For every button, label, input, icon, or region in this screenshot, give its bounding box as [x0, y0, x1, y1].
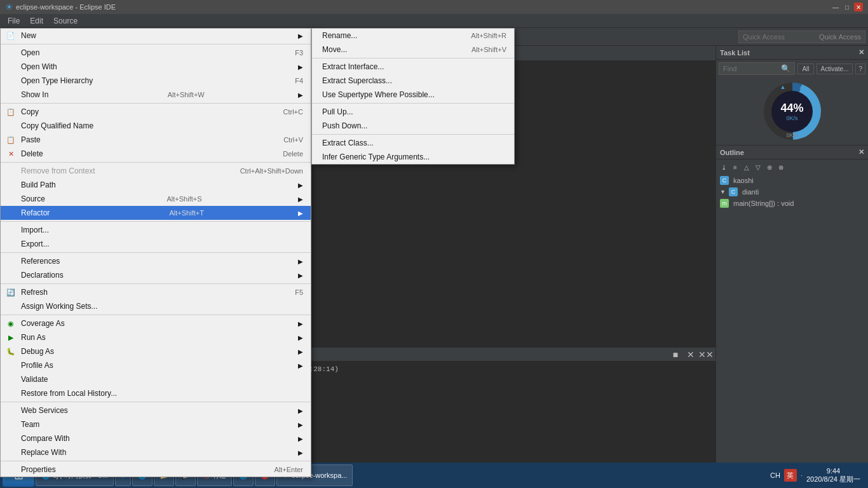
console-remove[interactable]: ✕✕: [699, 348, 713, 362]
outline-close[interactable]: ✕: [858, 148, 864, 156]
maximize-button[interactable]: □: [843, 3, 851, 11]
quick-access-input[interactable]: [743, 33, 819, 41]
outline-btn1[interactable]: ⤓: [719, 162, 729, 172]
context-menu: 📄 New ▶ Open F3 Open With ▶ Open Type Hi…: [0, 28, 311, 477]
cm-replace-with[interactable]: Replace With ▶: [1, 445, 311, 459]
cm-refresh[interactable]: 🔄 Refresh F5: [1, 285, 311, 299]
cm-web-services[interactable]: Web Services ▶: [1, 403, 311, 417]
cm-references[interactable]: References ▶: [1, 254, 311, 268]
cm-build-path[interactable]: Build Path ▶: [1, 178, 311, 192]
submenu-arrow: ▶: [298, 32, 303, 39]
outline-btn3[interactable]: △: [742, 162, 752, 172]
task-activate-button[interactable]: Activate...: [817, 64, 853, 74]
cm-debug-as[interactable]: 🐛 Debug As ▶: [1, 344, 311, 358]
outline-btn2[interactable]: ≡: [730, 162, 740, 172]
cm-validate[interactable]: Validate: [1, 372, 311, 386]
cm-copy-qualified[interactable]: Copy Qualified Name: [1, 119, 311, 133]
menu-edit[interactable]: Edit: [25, 15, 48, 27]
tray-ch[interactable]: CH: [770, 471, 780, 479]
task-all-button[interactable]: All: [797, 64, 813, 74]
task-find-input[interactable]: [723, 65, 781, 72]
sm-infer-generic[interactable]: Infer Generic Type Arguments...: [312, 150, 514, 164]
cm-sep: [1, 162, 311, 163]
cm-open-type[interactable]: Open Type Hierarchy F4: [1, 74, 311, 88]
cm-label: Delete: [21, 149, 43, 158]
outline-btn4[interactable]: ▽: [753, 162, 763, 172]
cm-open-with[interactable]: Open With ▶: [1, 60, 311, 74]
console-terminate[interactable]: ■: [668, 348, 682, 362]
cm-coverage-as[interactable]: ◉ Coverage As ▶: [1, 316, 311, 330]
outline-kaoshi[interactable]: C kaoshi: [716, 175, 868, 186]
submenu-arrow: ▶: [298, 435, 303, 442]
sm-use-supertype[interactable]: Use Supertype Where Possible...: [312, 88, 514, 102]
cm-label: Profile As: [21, 361, 53, 370]
cm-assign-working[interactable]: Assign Working Sets...: [1, 299, 311, 313]
cm-import[interactable]: Import...: [1, 223, 311, 237]
tray-ime[interactable]: 英: [784, 469, 797, 482]
sm-shortcut: Alt+Shift+R: [445, 32, 506, 39]
sm-pull-up[interactable]: Pull Up...: [312, 105, 514, 119]
sm-push-down[interactable]: Push Down...: [312, 119, 514, 133]
title-bar-left: ☀ eclipse-workspace - Eclipse IDE: [5, 2, 116, 12]
cm-profile-as[interactable]: Profile As ▶: [1, 358, 311, 372]
submenu-arrow: ▶: [298, 64, 303, 71]
cm-label: Coverage As: [21, 319, 65, 328]
cm-source[interactable]: Source Alt+Shift+S ▶: [1, 192, 311, 206]
cm-paste[interactable]: 📋 Paste Ctrl+V: [1, 133, 311, 147]
sm-extract-superclass[interactable]: Extract Superclass...: [312, 74, 514, 88]
task-help-button[interactable]: ?: [855, 64, 865, 74]
gauge-percent: 44%: [780, 102, 803, 115]
cm-declarations[interactable]: Declarations ▶: [1, 268, 311, 282]
cm-copy[interactable]: 📋 Copy Ctrl+C: [1, 105, 311, 119]
cm-label: Refresh: [21, 288, 48, 297]
outline-btn5[interactable]: ⊕: [764, 162, 775, 172]
task-list-panel: Task List ✕ 🔍 All Activate... ? 44%: [716, 46, 868, 146]
sm-label: Use Supertype Where Possible...: [322, 90, 435, 99]
cm-run-as[interactable]: ▶ Run As ▶: [1, 330, 311, 344]
menu-file[interactable]: File: [3, 15, 25, 27]
submenu-arrow: ▶: [298, 258, 303, 265]
cm-team[interactable]: Team ▶: [1, 417, 311, 431]
minimize-button[interactable]: —: [831, 3, 840, 11]
cm-export[interactable]: Export...: [1, 237, 311, 251]
cm-delete[interactable]: ✕ Delete Delete: [1, 147, 311, 161]
taskbar-right: CH 英 · 9:44 2020/8/24 星期一: [770, 467, 865, 484]
cm-shortcut: F3: [269, 49, 303, 57]
cm-restore-local[interactable]: Restore from Local History...: [1, 386, 311, 400]
sm-extract-class[interactable]: Extract Class...: [312, 136, 514, 150]
cm-shortcut: Alt+Shift+T: [144, 209, 203, 217]
console-close[interactable]: ✕: [684, 348, 698, 362]
cm-sep: [1, 315, 311, 315]
cm-refactor[interactable]: Refactor Alt+Shift+T ▶: [1, 206, 311, 220]
task-list-close[interactable]: ✕: [858, 48, 864, 57]
cm-compare-with[interactable]: Compare With ▶: [1, 431, 311, 445]
outline-btn6[interactable]: ⊗: [776, 162, 786, 172]
sm-label: Pull Up...: [322, 107, 353, 116]
cm-label: Source: [21, 194, 45, 203]
sm-extract-interface[interactable]: Extract Interface...: [312, 60, 514, 74]
menu-source[interactable]: Source: [48, 15, 83, 27]
sm-label: Infer Generic Type Arguments...: [322, 152, 430, 161]
submenu-arrow: ▶: [298, 449, 303, 456]
cm-new[interactable]: 📄 New ▶: [1, 29, 311, 43]
sm-move[interactable]: Move... Alt+Shift+V: [312, 43, 514, 57]
copy-icon: 📋: [6, 107, 16, 117]
cm-show-in[interactable]: Show In Alt+Shift+W ▶: [1, 88, 311, 102]
outline-panel: Outline ✕ ⤓ ≡ △ ▽ ⊕ ⊗ C kaoshi ▼ C diant…: [716, 146, 868, 474]
tray-dot1: ·: [801, 471, 803, 479]
close-button[interactable]: ✕: [854, 3, 863, 11]
cm-open[interactable]: Open F3: [1, 46, 311, 60]
outline-label: main(String[]) : void: [733, 200, 794, 207]
quick-access-box: Quick Access: [738, 30, 865, 43]
outline-main[interactable]: m main(String[]) : void: [716, 198, 868, 209]
gauge-chart: 44% 0K/s: [764, 83, 821, 140]
cm-shortcut: Alt+Shift+W: [142, 91, 205, 98]
outline-dianti[interactable]: ▼ C dianti: [716, 186, 868, 198]
cm-label: Import...: [21, 226, 49, 234]
sm-rename[interactable]: Rename... Alt+Shift+R: [312, 29, 514, 43]
cm-properties[interactable]: Properties Alt+Enter: [1, 463, 311, 477]
task-find-box: 🔍: [719, 62, 795, 75]
time-display: 9:44: [806, 467, 860, 475]
cm-shortcut: Alt+Shift+S: [141, 195, 201, 203]
cm-label: Open Type Hierarchy: [21, 76, 93, 85]
